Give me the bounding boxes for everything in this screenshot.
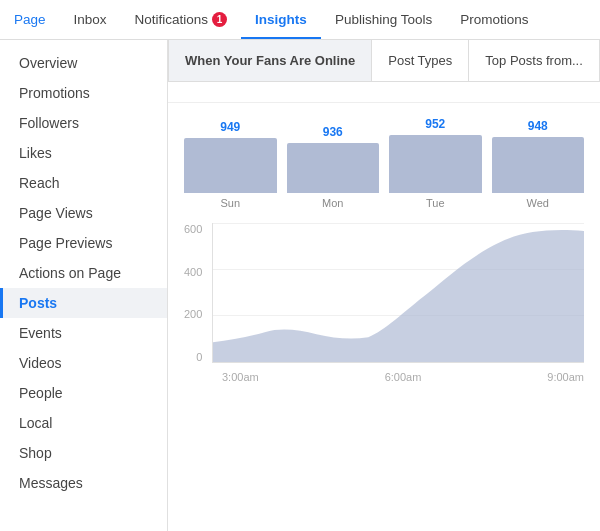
sidebar-item-messages[interactable]: Messages: [0, 468, 167, 498]
sub-tabs: When Your Fans Are OnlinePost TypesTop P…: [168, 40, 600, 82]
plot-area: [212, 223, 584, 363]
sub-tab-when-fans-online[interactable]: When Your Fans Are Online: [168, 40, 372, 81]
days-chart: 949Sun936Mon952Tue948Wed: [184, 117, 584, 209]
sidebar-item-overview[interactable]: Overview: [0, 48, 167, 78]
day-label: Sun: [220, 197, 240, 209]
notification-badge: 1: [212, 12, 227, 27]
day-bar: [492, 137, 585, 193]
day-label: Tue: [426, 197, 445, 209]
sidebar-item-reach[interactable]: Reach: [0, 168, 167, 198]
top-nav: PageInboxNotifications1InsightsPublishin…: [0, 0, 600, 40]
day-col-sun: 949Sun: [184, 120, 277, 209]
day-value: 952: [425, 117, 445, 131]
sidebar-item-videos[interactable]: Videos: [0, 348, 167, 378]
top-nav-item-promotions[interactable]: Promotions: [446, 0, 542, 39]
times-section: 6004002000 3:00am6:00am9:00am: [168, 209, 600, 383]
day-value: 936: [323, 125, 343, 139]
top-nav-item-page[interactable]: Page: [0, 0, 60, 39]
top-nav-item-inbox[interactable]: Inbox: [60, 0, 121, 39]
sidebar-item-people[interactable]: People: [0, 378, 167, 408]
sub-tab-post-types[interactable]: Post Types: [372, 40, 469, 81]
sub-tab-top-posts[interactable]: Top Posts from...: [469, 40, 600, 81]
day-bar: [287, 143, 380, 193]
sidebar-item-page-previews[interactable]: Page Previews: [0, 228, 167, 258]
times-chart: 6004002000 3:00am6:00am9:00am: [184, 223, 584, 383]
area-chart: [213, 223, 584, 362]
sidebar-item-actions-on-page[interactable]: Actions on Page: [0, 258, 167, 288]
top-nav-item-notifications[interactable]: Notifications1: [121, 0, 242, 39]
sidebar-item-posts[interactable]: Posts: [0, 288, 167, 318]
top-nav-item-publishing-tools[interactable]: Publishing Tools: [321, 0, 446, 39]
sidebar-item-local[interactable]: Local: [0, 408, 167, 438]
x-labels: 3:00am6:00am9:00am: [212, 371, 584, 383]
y-axis: 6004002000: [184, 223, 206, 363]
info-bar: [168, 82, 600, 103]
day-col-tue: 952Tue: [389, 117, 482, 209]
day-bar: [389, 135, 482, 193]
main-layout: OverviewPromotionsFollowersLikesReachPag…: [0, 40, 600, 531]
y-axis-label: 200: [184, 308, 202, 320]
sidebar-item-promotions[interactable]: Promotions: [0, 78, 167, 108]
x-axis-label: 9:00am: [547, 371, 584, 383]
y-axis-label: 600: [184, 223, 202, 235]
y-axis-label: 400: [184, 266, 202, 278]
x-axis-label: 3:00am: [222, 371, 259, 383]
day-label: Mon: [322, 197, 343, 209]
day-col-mon: 936Mon: [287, 125, 380, 209]
sidebar-item-events[interactable]: Events: [0, 318, 167, 348]
sidebar-item-followers[interactable]: Followers: [0, 108, 167, 138]
days-section: 949Sun936Mon952Tue948Wed: [168, 103, 600, 209]
top-nav-item-insights[interactable]: Insights: [241, 0, 321, 39]
day-value: 949: [220, 120, 240, 134]
day-label: Wed: [527, 197, 549, 209]
sidebar-item-shop[interactable]: Shop: [0, 438, 167, 468]
main-content: When Your Fans Are OnlinePost TypesTop P…: [168, 40, 600, 531]
y-axis-label: 0: [196, 351, 202, 363]
day-bar: [184, 138, 277, 193]
sidebar-item-page-views[interactable]: Page Views: [0, 198, 167, 228]
sidebar-item-likes[interactable]: Likes: [0, 138, 167, 168]
day-col-wed: 948Wed: [492, 119, 585, 209]
x-axis-label: 6:00am: [385, 371, 422, 383]
sidebar: OverviewPromotionsFollowersLikesReachPag…: [0, 40, 168, 531]
day-value: 948: [528, 119, 548, 133]
